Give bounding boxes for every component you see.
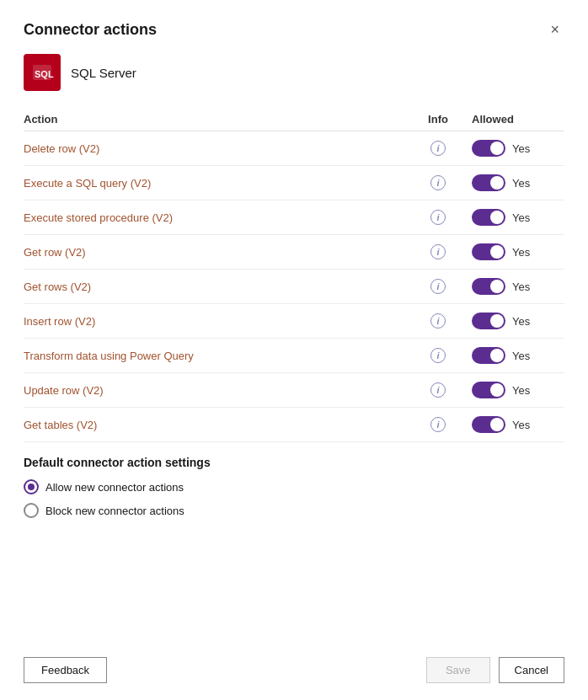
info-cell: i (404, 210, 472, 225)
table-row: Execute a SQL query (V2) i Yes (24, 166, 564, 200)
toggle-track[interactable] (472, 243, 505, 260)
action-label: Execute stored procedure (V2) (24, 211, 404, 224)
toggle-track[interactable] (472, 278, 505, 295)
connector-actions-modal: Connector actions × SQL SQL Server Actio… (0, 0, 588, 700)
info-icon[interactable]: i (430, 313, 446, 329)
toggle-8[interactable] (472, 416, 505, 433)
info-icon[interactable]: i (430, 279, 446, 294)
toggle-track[interactable] (472, 416, 505, 433)
cancel-button[interactable]: Cancel (499, 657, 564, 683)
action-label: Get tables (V2) (24, 419, 404, 431)
yes-label: Yes (512, 419, 530, 431)
info-cell: i (404, 313, 472, 329)
yes-label: Yes (512, 350, 530, 362)
toggle-0[interactable] (472, 140, 505, 157)
yes-label: Yes (512, 315, 530, 328)
action-label: Get rows (V2) (24, 281, 404, 293)
info-cell: i (404, 348, 472, 363)
allowed-cell: Yes (472, 243, 564, 260)
yes-label: Yes (512, 281, 530, 293)
toggle-track[interactable] (472, 209, 505, 226)
yes-label: Yes (512, 142, 530, 155)
modal-footer: Feedback Save Cancel (24, 644, 564, 683)
info-icon[interactable]: i (430, 210, 446, 225)
action-label: Delete row (V2) (24, 142, 404, 155)
action-label: Insert row (V2) (24, 315, 404, 328)
col-info-header: Info (404, 113, 472, 126)
radio-inner (28, 484, 35, 490)
col-action-header: Action (24, 113, 404, 126)
action-label: Transform data using Power Query (24, 350, 404, 362)
toggle-track[interactable] (472, 347, 505, 364)
toggle-thumb (490, 383, 504, 397)
yes-label: Yes (512, 211, 530, 224)
connector-icon: SQL (24, 54, 61, 91)
default-settings-title: Default connector action settings (24, 456, 564, 469)
info-icon[interactable]: i (430, 175, 446, 190)
table-row: Update row (V2) i Yes (24, 373, 564, 408)
table-row: Insert row (V2) i Yes (24, 304, 564, 339)
table-row: Execute stored procedure (V2) i Yes (24, 200, 564, 235)
toggle-1[interactable] (472, 174, 505, 191)
modal-title: Connector actions (24, 21, 157, 39)
default-settings: Default connector action settings Allow … (24, 456, 564, 518)
toggle-thumb (490, 349, 504, 362)
toggle-6[interactable] (472, 347, 505, 364)
toggle-track[interactable] (472, 174, 505, 191)
footer-left: Feedback (24, 657, 107, 683)
allowed-cell: Yes (472, 416, 564, 433)
toggle-track[interactable] (472, 140, 505, 157)
table-row: Transform data using Power Query i Yes (24, 339, 564, 373)
info-cell: i (404, 175, 472, 190)
toggle-thumb (490, 245, 504, 259)
connector-info: SQL SQL Server (24, 54, 564, 91)
toggle-7[interactable] (472, 382, 505, 398)
info-icon[interactable]: i (430, 141, 446, 156)
info-cell: i (404, 141, 472, 156)
table-row: Delete row (V2) i Yes (24, 131, 564, 166)
toggle-thumb (490, 176, 504, 190)
radio-label: Allow new connector actions (45, 481, 184, 494)
close-button[interactable]: × (545, 20, 564, 39)
radio-group: Allow new connector actions Block new co… (24, 479, 564, 518)
info-cell: i (404, 244, 472, 259)
action-label: Update row (V2) (24, 384, 404, 397)
yes-label: Yes (512, 177, 530, 190)
radio-item[interactable]: Allow new connector actions (24, 479, 564, 494)
action-label: Get row (V2) (24, 246, 404, 259)
feedback-button[interactable]: Feedback (24, 657, 107, 683)
table-rows: Delete row (V2) i Yes Execute a SQL quer… (24, 131, 564, 442)
toggle-thumb (490, 142, 504, 155)
toggle-5[interactable] (472, 313, 505, 329)
toggle-track[interactable] (472, 313, 505, 329)
svg-text:SQL: SQL (35, 69, 54, 79)
table-row: Get rows (V2) i Yes (24, 270, 564, 304)
allowed-cell: Yes (472, 382, 564, 398)
toggle-3[interactable] (472, 243, 505, 260)
table-row: Get row (V2) i Yes (24, 235, 564, 270)
yes-label: Yes (512, 246, 530, 259)
connector-name: SQL Server (71, 66, 136, 80)
allowed-cell: Yes (472, 209, 564, 226)
toggle-thumb (490, 211, 504, 224)
info-cell: i (404, 279, 472, 294)
info-icon[interactable]: i (430, 382, 446, 398)
allowed-cell: Yes (472, 347, 564, 364)
col-allowed-header: Allowed (472, 113, 564, 126)
allowed-cell: Yes (472, 174, 564, 191)
info-icon[interactable]: i (430, 348, 446, 363)
table-header: Action Info Allowed (24, 108, 564, 131)
allowed-cell: Yes (472, 278, 564, 295)
save-button: Save (426, 657, 490, 683)
toggle-track[interactable] (472, 382, 505, 398)
info-icon[interactable]: i (430, 244, 446, 259)
yes-label: Yes (512, 384, 530, 397)
toggle-2[interactable] (472, 209, 505, 226)
radio-item[interactable]: Block new connector actions (24, 503, 564, 518)
allowed-cell: Yes (472, 140, 564, 157)
footer-right: Save Cancel (426, 657, 564, 683)
radio-label: Block new connector actions (45, 505, 184, 517)
toggle-thumb (490, 280, 504, 293)
info-icon[interactable]: i (430, 417, 446, 432)
toggle-4[interactable] (472, 278, 505, 295)
